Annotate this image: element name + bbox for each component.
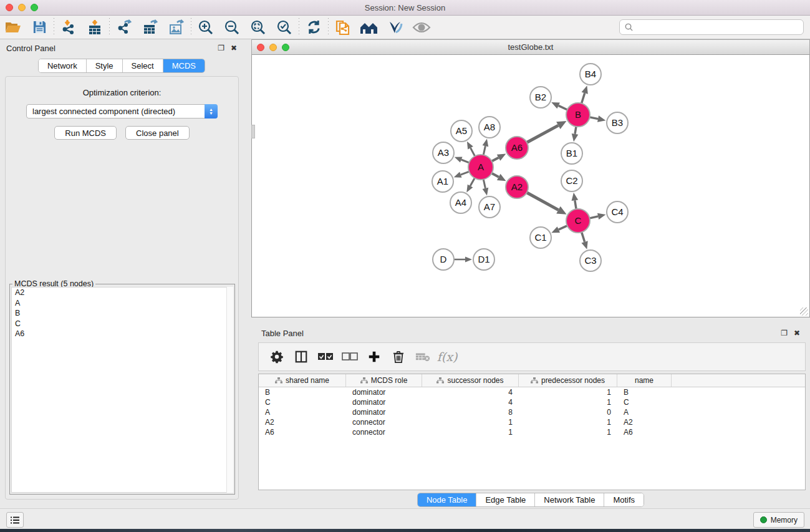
tab-node-table[interactable]: Node Table	[418, 493, 477, 506]
splitter-grip[interactable]	[251, 125, 255, 138]
network-canvas[interactable]: AA6A2BCA1A3A5A8A4A7B1B2B3B4C1C2C3C4DD1	[251, 55, 810, 317]
edge-A-A7[interactable]	[483, 180, 485, 188]
network-graph[interactable]: AA6A2BCA1A3A5A8A4A7B1B2B3B4C1C2C3C4DD1	[252, 55, 809, 316]
save-session-icon[interactable]	[26, 17, 52, 37]
mcds-result-item[interactable]: B	[12, 308, 233, 319]
import-table-icon[interactable]	[82, 17, 108, 37]
tab-network-table[interactable]: Network Table	[535, 493, 604, 506]
table-cell[interactable]: 4	[422, 387, 519, 397]
column-header-successor-nodes[interactable]: successor nodes	[422, 374, 519, 387]
tab-network[interactable]: Network	[39, 59, 87, 72]
mcds-result-item[interactable]: A	[12, 298, 233, 309]
table-cell[interactable]: 1	[519, 397, 617, 407]
table-cell[interactable]: connector	[346, 417, 422, 427]
edge-A-A3[interactable]	[461, 160, 470, 163]
criterion-select[interactable]: largest connected component (directed) ▲…	[26, 104, 218, 118]
edge-A6-B[interactable]	[527, 125, 559, 142]
deselect-all-icon[interactable]	[340, 347, 359, 366]
table-cell[interactable]: C	[259, 397, 346, 407]
table-cell[interactable]: 0	[519, 407, 617, 417]
close-panel-button[interactable]: Close panel	[125, 126, 190, 140]
table-cell[interactable]: 4	[422, 397, 519, 407]
float-panel-icon[interactable]: ❐	[218, 44, 224, 52]
column-header-MCDS-role[interactable]: MCDS role	[346, 374, 422, 387]
search-input[interactable]	[634, 23, 803, 32]
table-cell[interactable]: 1	[519, 417, 617, 427]
edge-C-C2[interactable]	[575, 200, 576, 209]
table-cell[interactable]: C	[617, 397, 672, 407]
table-float-icon[interactable]: ❐	[781, 329, 788, 337]
edge-A-A8[interactable]	[483, 146, 485, 155]
zoom-fit-icon[interactable]	[245, 17, 271, 37]
open-file-icon[interactable]	[0, 17, 26, 37]
annotation-icon[interactable]	[382, 17, 408, 37]
table-row[interactable]: Cdominator41C	[259, 397, 805, 407]
memory-button[interactable]: Memory	[753, 512, 804, 528]
column-header-predecessor-nodes[interactable]: predecessor nodes	[519, 374, 617, 387]
mcds-result-item[interactable]: A6	[12, 329, 233, 339]
window-resize-grip[interactable]	[800, 307, 808, 316]
edge-C-C4[interactable]	[590, 216, 599, 218]
edge-B-B3[interactable]	[590, 117, 598, 119]
table-cell[interactable]: 8	[422, 407, 519, 417]
zoom-in-icon[interactable]	[193, 17, 219, 37]
zoom-selected-icon[interactable]	[271, 17, 297, 37]
table-cell[interactable]: A	[617, 407, 672, 417]
table-cell[interactable]: dominator	[346, 397, 422, 407]
tab-edge-table[interactable]: Edge Table	[476, 493, 535, 506]
table-cell[interactable]: A2	[259, 417, 346, 427]
search-field[interactable]	[619, 19, 804, 35]
close-panel-icon[interactable]: ✖	[231, 44, 237, 52]
column-header-name[interactable]: name	[617, 374, 672, 387]
table-cell[interactable]: connector	[346, 427, 422, 437]
table-cell[interactable]: dominator	[346, 387, 422, 397]
tab-motifs[interactable]: Motifs	[604, 493, 644, 506]
table-cell[interactable]: A6	[259, 427, 346, 437]
table-cell[interactable]: B	[259, 387, 346, 397]
mcds-result-scrollbar[interactable]	[226, 287, 233, 493]
edge-B-B2[interactable]	[559, 105, 567, 110]
edge-A-A1[interactable]	[461, 172, 469, 175]
table-cell[interactable]: 1	[422, 427, 519, 437]
mcds-result-item[interactable]: C	[12, 319, 233, 329]
table-row[interactable]: Adominator80A	[259, 407, 805, 417]
mcds-result-list[interactable]: A2ABCA6	[11, 287, 233, 493]
table-row[interactable]: A2connector11A2	[259, 417, 805, 427]
edge-B-B4[interactable]	[582, 93, 585, 104]
tab-style[interactable]: Style	[87, 59, 123, 72]
table-cell[interactable]: 1	[519, 387, 617, 397]
select-all-icon[interactable]	[316, 347, 335, 366]
zoom-out-icon[interactable]	[219, 17, 245, 37]
table-cell[interactable]: dominator	[346, 407, 422, 417]
refresh-icon[interactable]	[301, 17, 327, 37]
export-image-icon[interactable]	[163, 17, 190, 37]
export-network-icon[interactable]	[111, 17, 137, 37]
table-row[interactable]: A6connector11A6	[259, 427, 805, 437]
column-header-shared-name[interactable]: shared name	[259, 374, 346, 387]
edge-C-C3[interactable]	[582, 232, 585, 242]
import-network-icon[interactable]	[55, 17, 82, 37]
table-cell[interactable]: 1	[519, 427, 617, 437]
table-cell[interactable]: B	[617, 387, 672, 397]
table-cell[interactable]: A	[259, 407, 346, 417]
edge-A-A5[interactable]	[471, 148, 475, 156]
task-history-button[interactable]	[6, 512, 24, 528]
table-close-icon[interactable]: ✖	[794, 329, 800, 337]
table-settings-icon[interactable]	[268, 347, 286, 366]
clone-network-icon[interactable]	[330, 17, 356, 37]
edge-A2-C[interactable]	[527, 193, 559, 210]
tab-mcds[interactable]: MCDS	[163, 59, 205, 72]
edge-A-A4[interactable]	[470, 178, 475, 186]
table-row[interactable]: Bdominator41B	[259, 387, 805, 397]
edge-A-A2[interactable]	[492, 173, 499, 177]
table-cell[interactable]: A6	[617, 427, 672, 437]
edge-C-C1[interactable]	[559, 226, 567, 230]
show-columns-icon[interactable]	[292, 347, 311, 366]
run-mcds-button[interactable]: Run MCDS	[54, 126, 117, 140]
tab-select[interactable]: Select	[123, 59, 163, 72]
edge-A-A6[interactable]	[492, 158, 499, 162]
edge-B-B1[interactable]	[575, 127, 576, 134]
network-window-titlebar[interactable]: testGlobe.txt	[251, 39, 810, 55]
mcds-result-item[interactable]: A2	[12, 288, 233, 298]
add-column-icon[interactable]	[365, 347, 383, 366]
